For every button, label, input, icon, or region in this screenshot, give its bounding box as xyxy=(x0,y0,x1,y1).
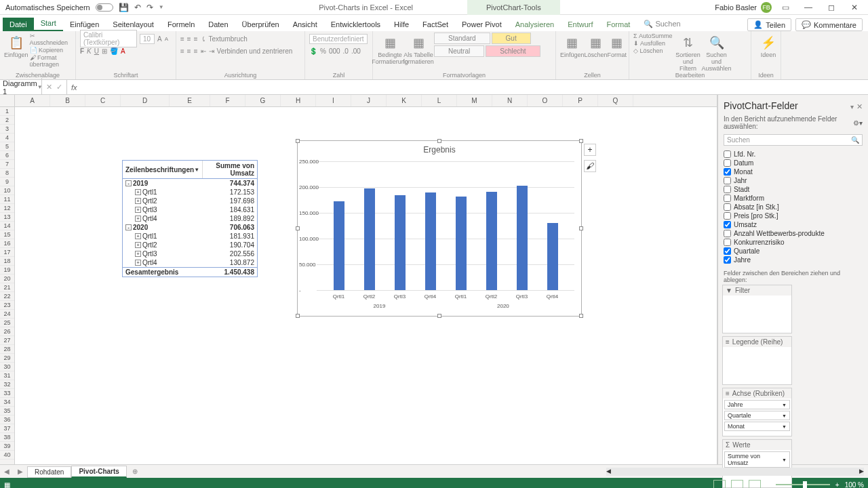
chart-bar[interactable] xyxy=(364,188,375,290)
field-checkbox[interactable] xyxy=(724,168,731,176)
fill-color-icon[interactable]: 🪣 xyxy=(110,47,118,55)
number-format-select[interactable]: Benutzerdefiniert xyxy=(309,34,368,44)
row-header[interactable]: 34 xyxy=(0,398,14,407)
pivot-row[interactable]: -2020706.063 xyxy=(123,223,257,232)
copy-button[interactable]: 📄 Kopieren xyxy=(30,47,71,54)
delete-cells-button[interactable]: ▦Löschen xyxy=(585,33,608,58)
row-header[interactable]: 25 xyxy=(0,319,14,327)
expand-collapse-icon[interactable]: + xyxy=(135,207,141,213)
col-header[interactable]: E xyxy=(170,95,210,106)
expand-collapse-icon[interactable]: + xyxy=(135,189,141,195)
row-header[interactable]: 31 xyxy=(0,371,14,380)
undo-icon[interactable]: ↶ xyxy=(134,3,141,12)
fieldlist-layout-icon[interactable]: ▾ xyxy=(850,103,854,110)
font-size-input[interactable]: 10 xyxy=(140,34,155,44)
redo-icon[interactable]: ↷ xyxy=(146,3,153,12)
pivot-row[interactable]: +Qrtl4130.872 xyxy=(123,258,257,267)
expand-collapse-icon[interactable]: + xyxy=(135,198,141,204)
format-cells-button[interactable]: ▦Format xyxy=(608,33,627,58)
field-item[interactable]: Jahr xyxy=(724,176,863,185)
field-item[interactable]: Jahre xyxy=(724,256,863,264)
shrink-font-icon[interactable]: A xyxy=(165,36,168,42)
tab-format[interactable]: Format xyxy=(600,18,637,31)
pivot-row[interactable]: +Qrtl2197.698 xyxy=(123,197,257,205)
resize-handle[interactable] xyxy=(296,314,300,318)
expand-collapse-icon[interactable]: + xyxy=(135,242,141,248)
filter-dropdown-icon[interactable]: ▼ xyxy=(194,167,199,173)
tab-view[interactable]: Ansicht xyxy=(286,18,324,31)
col-header[interactable]: A xyxy=(15,95,50,106)
pivot-table[interactable]: Zeilenbeschriftungen▼ Summe von Umsatz -… xyxy=(122,160,258,277)
sort-filter-button[interactable]: ⇅Sortieren und Filtern xyxy=(675,33,701,72)
pivot-row[interactable]: +Qrtl3202.556 xyxy=(123,249,257,258)
chart-styles-icon[interactable]: 🖌 xyxy=(584,160,596,172)
insert-cells-button[interactable]: ▦Einfügen xyxy=(560,33,585,58)
chart-bar[interactable] xyxy=(334,201,344,290)
comments-button[interactable]: 💬 Kommentare xyxy=(795,18,863,31)
tab-powerpivot[interactable]: Power Pivot xyxy=(455,18,509,31)
field-item[interactable]: Anzahl Wettbewerbs-produkte xyxy=(724,229,863,238)
pivot-row[interactable]: +Qrtl1181.931 xyxy=(123,232,257,241)
cancel-fx-icon[interactable]: ✕ xyxy=(46,83,52,92)
align-bot-icon[interactable]: ≡ xyxy=(194,35,198,43)
chart-bar[interactable] xyxy=(425,192,436,290)
row-header[interactable]: 35 xyxy=(0,407,14,415)
field-checkbox[interactable] xyxy=(724,212,731,220)
col-header[interactable]: B xyxy=(50,95,85,106)
field-checkbox[interactable] xyxy=(724,195,731,202)
sheet-nav-next-icon[interactable]: ▶ xyxy=(14,468,27,475)
close-icon[interactable]: ✕ xyxy=(845,0,864,15)
tab-review[interactable]: Überprüfen xyxy=(235,18,286,31)
ideas-button[interactable]: ⚡Ideen xyxy=(755,33,781,58)
field-item[interactable]: Quartale xyxy=(724,247,863,256)
row-header[interactable]: 40 xyxy=(0,451,14,460)
minimize-icon[interactable]: — xyxy=(799,0,818,15)
tab-pagelayout[interactable]: Seitenlayout xyxy=(106,18,161,31)
inc-decimal-icon[interactable]: .0 xyxy=(343,47,349,55)
tab-insert[interactable]: Einfügen xyxy=(63,18,106,31)
col-header[interactable]: H xyxy=(281,95,316,106)
row-header[interactable]: 3 xyxy=(0,125,14,134)
row-header[interactable]: 27 xyxy=(0,336,14,345)
row-header[interactable]: 24 xyxy=(0,310,14,319)
col-header[interactable]: N xyxy=(492,95,528,106)
save-icon[interactable]: 💾 xyxy=(119,3,129,12)
style-neutral[interactable]: Neutral xyxy=(434,45,484,57)
field-checkbox[interactable] xyxy=(724,186,731,193)
currency-icon[interactable]: 💲 xyxy=(309,47,317,55)
resize-handle[interactable] xyxy=(296,226,300,230)
percent-icon[interactable]: % xyxy=(320,47,326,55)
tab-start[interactable]: Start xyxy=(34,16,63,31)
row-header[interactable]: 10 xyxy=(0,186,14,195)
row-header[interactable]: 18 xyxy=(0,257,14,266)
pivot-row[interactable]: +Qrtl4189.892 xyxy=(123,214,257,223)
field-checkbox[interactable] xyxy=(724,150,731,158)
row-header[interactable]: 12 xyxy=(0,204,14,213)
style-schlecht[interactable]: Schlecht xyxy=(486,45,540,57)
expand-collapse-icon[interactable]: - xyxy=(125,180,132,186)
horizontal-scrollbar[interactable]: ◀▶ xyxy=(606,468,864,476)
field-chip[interactable]: Summe von Umsatz▼ xyxy=(724,451,790,468)
italic-icon[interactable]: K xyxy=(87,47,92,55)
field-checkbox[interactable] xyxy=(724,203,731,211)
clear-button[interactable]: ◇ Löschen xyxy=(633,47,673,54)
col-header[interactable]: K xyxy=(387,95,422,106)
field-item[interactable]: Monat xyxy=(724,167,863,176)
zoom-out-icon[interactable]: − xyxy=(766,481,770,489)
field-chip[interactable]: Monat▼ xyxy=(724,422,790,431)
fill-button[interactable]: ⬇ Ausfüllen xyxy=(633,40,673,47)
autosum-button[interactable]: Σ AutoSumme xyxy=(633,33,673,39)
field-item[interactable]: Stadt xyxy=(724,185,863,194)
col-header[interactable]: D xyxy=(121,95,170,106)
field-checkbox[interactable] xyxy=(724,159,731,167)
wrap-text-button[interactable]: Textumbruch xyxy=(209,35,248,43)
row-header[interactable]: 2 xyxy=(0,116,14,125)
column-headers[interactable]: ABCDEFGHIJKLMNOPQ xyxy=(0,95,717,107)
chart-bar[interactable] xyxy=(395,195,406,290)
enter-fx-icon[interactable]: ✓ xyxy=(56,83,62,92)
paste-button[interactable]: 📋Einfügen xyxy=(4,33,28,68)
row-header[interactable]: 11 xyxy=(0,195,14,204)
maximize-icon[interactable]: ◻ xyxy=(822,0,841,15)
worksheet-cells[interactable]: Zeilenbeschriftungen▼ Summe von Umsatz -… xyxy=(15,107,717,464)
indent-inc-icon[interactable]: ⇥ xyxy=(209,47,214,55)
